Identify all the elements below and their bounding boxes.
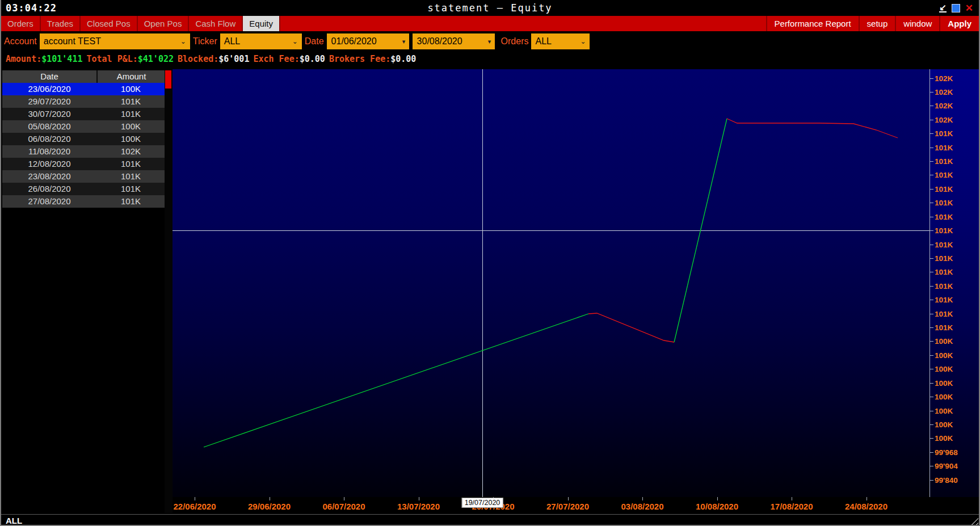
y-axis-label: 100K xyxy=(930,365,953,374)
date-from-field[interactable]: 01/06/2020 ▾ xyxy=(327,33,409,49)
menu-action-setup[interactable]: setup xyxy=(859,16,895,31)
y-axis-label: 100K xyxy=(930,393,953,402)
x-tick-mark xyxy=(195,497,195,500)
crosshair-date-tooltip: 19/07/2020 xyxy=(462,498,503,508)
cell-amount: 100K xyxy=(96,120,165,133)
y-axis-label: 100K xyxy=(930,378,953,388)
menu-actions: Performance ReportsetupwindowApply xyxy=(766,16,979,31)
tab-equity[interactable]: Equity xyxy=(243,16,280,31)
y-axis-label-text: 101K xyxy=(935,129,953,138)
tab-open-pos[interactable]: Open Pos xyxy=(138,16,190,31)
cell-date: 11/08/2020 xyxy=(2,145,96,158)
table-header: Date Amount xyxy=(2,70,165,83)
y-tick-mark xyxy=(930,397,933,397)
status-item: Brokers Fee:$0.00 xyxy=(329,54,417,64)
tab-orders[interactable]: Orders xyxy=(1,16,41,31)
x-axis-label: 17/08/2020 xyxy=(770,502,813,511)
tab-trades[interactable]: Trades xyxy=(41,16,81,31)
cell-date: 23/06/2020 xyxy=(2,83,96,95)
status-value: $6'001 xyxy=(218,54,249,64)
y-tick-mark xyxy=(930,133,933,134)
minimize-icon[interactable]: ↙ xyxy=(939,4,947,12)
chevron-down-icon[interactable]: ▾ xyxy=(485,38,495,45)
y-axis-label-text: 102K xyxy=(935,102,953,110)
y-axis-label-text: 101K xyxy=(935,226,953,235)
cell-date: 12/08/2020 xyxy=(2,158,96,170)
y-axis-label: 99'904 xyxy=(930,462,958,471)
y-axis-label-text: 100K xyxy=(935,379,953,388)
date-to-field[interactable]: 30/08/2020 ▾ xyxy=(413,33,495,49)
cell-date: 23/08/2020 xyxy=(2,170,96,183)
orders-dropdown[interactable]: ALL ⌄ xyxy=(531,33,590,49)
y-axis-label-text: 101K xyxy=(935,241,953,249)
y-axis-label-text: 99'904 xyxy=(935,462,958,470)
x-tick-mark xyxy=(717,497,718,500)
y-axis-label: 100K xyxy=(930,406,953,415)
status-label: Amount: xyxy=(6,54,41,64)
menu-bar: OrdersTradesClosed PosOpen PosCash FlowE… xyxy=(1,16,979,31)
table-row[interactable]: 23/06/2020100K xyxy=(2,83,165,95)
y-axis-label-text: 99'968 xyxy=(935,448,958,457)
y-axis-label-text: 101K xyxy=(935,254,953,263)
resize-grip-icon[interactable] xyxy=(970,517,978,526)
date-from-value: 01/06/2020 xyxy=(327,36,399,47)
tab-closed-pos[interactable]: Closed Pos xyxy=(81,16,138,31)
y-tick-mark xyxy=(930,300,933,300)
status-label: Brokers Fee: xyxy=(329,54,390,64)
tab-cash-flow[interactable]: Cash Flow xyxy=(189,16,243,31)
table-row[interactable]: 11/08/2020102K xyxy=(2,145,165,158)
col-header-date: Date xyxy=(2,70,98,83)
y-axis-label-text: 101K xyxy=(935,268,953,276)
table-row[interactable]: 29/07/2020101K xyxy=(2,95,165,108)
y-tick-mark xyxy=(930,314,933,314)
menu-action-window[interactable]: window xyxy=(895,16,939,31)
y-axis-label: 99'968 xyxy=(930,448,958,457)
y-tick-mark xyxy=(930,286,933,287)
status-value: $41'022 xyxy=(138,54,174,64)
y-axis-label-text: 99'840 xyxy=(935,476,958,485)
y-axis-label: 101K xyxy=(930,184,953,193)
table-row[interactable]: 12/08/2020101K xyxy=(2,158,165,170)
table-row[interactable]: 23/08/2020101K xyxy=(2,170,165,183)
x-tick-mark xyxy=(419,497,419,500)
cell-date: 05/08/2020 xyxy=(2,120,96,133)
equity-table: Date Amount 23/06/2020100K29/07/2020101K… xyxy=(2,70,165,208)
status-value: $0.00 xyxy=(300,54,325,64)
chevron-down-icon: ⌄ xyxy=(577,37,586,45)
maximize-icon[interactable] xyxy=(952,4,960,12)
y-tick-mark xyxy=(930,203,933,203)
table-row[interactable]: 05/08/2020100K xyxy=(2,120,165,133)
y-axis-label-text: 102K xyxy=(935,116,953,124)
y-tick-mark xyxy=(930,369,933,369)
y-axis-label: 102K xyxy=(930,87,953,96)
table-row[interactable]: 06/08/2020100K xyxy=(2,133,165,145)
chevron-down-icon[interactable]: ▾ xyxy=(399,38,409,45)
menu-action-performance-report[interactable]: Performance Report xyxy=(766,16,859,31)
account-dropdown[interactable]: account TEST ⌄ xyxy=(40,33,190,49)
menu-action-apply[interactable]: Apply xyxy=(939,16,979,31)
y-axis-label-text: 101K xyxy=(935,310,953,318)
status-value: $101'411 xyxy=(41,54,82,64)
x-tick-mark xyxy=(867,497,867,500)
table-row[interactable]: 26/08/2020101K xyxy=(2,183,165,195)
y-axis-label-text: 101K xyxy=(935,213,953,221)
table-row[interactable]: 30/07/2020101K xyxy=(2,108,165,120)
x-axis-label: 27/07/2020 xyxy=(546,502,589,511)
close-icon[interactable]: ✕ xyxy=(965,4,973,12)
y-axis-label: 101K xyxy=(930,240,953,249)
equity-chart[interactable]: 102K102K102K102K101K101K101K101K101K101K… xyxy=(173,69,980,497)
menu-tabs: OrdersTradesClosed PosOpen PosCash FlowE… xyxy=(1,16,280,31)
table-row[interactable]: 27/08/2020101K xyxy=(2,195,165,208)
cell-date: 06/08/2020 xyxy=(2,133,96,145)
x-tick-mark xyxy=(568,497,569,500)
y-tick-mark xyxy=(930,230,933,231)
y-axis-label-text: 102K xyxy=(935,74,953,83)
cell-amount: 102K xyxy=(96,145,165,158)
y-axis-label: 101K xyxy=(930,143,953,152)
vertical-scrollbar[interactable] xyxy=(165,70,173,513)
scrollbar-thumb[interactable] xyxy=(165,70,171,89)
y-axis-label-text: 101K xyxy=(935,282,953,291)
ticker-dropdown[interactable]: ALL ⌄ xyxy=(220,33,302,49)
y-axis-label-text: 100K xyxy=(935,337,953,346)
y-axis-label-text: 101K xyxy=(935,157,953,166)
